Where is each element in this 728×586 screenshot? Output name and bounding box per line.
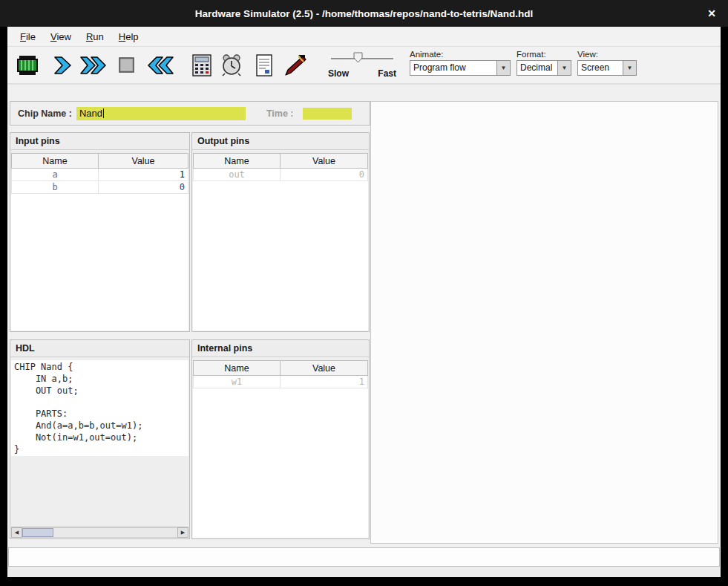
view-select[interactable]: Screen ▼ [577,60,637,76]
hdl-title: HDL [10,340,189,357]
slider-fast-label: Fast [378,68,396,79]
table-row[interactable]: w1 1 [194,376,368,388]
internal-pins-title: Internal pins [192,340,369,357]
hdl-code[interactable]: CHIP Nand { IN a,b; OUT out; PARTS: And(… [11,360,188,455]
load-chip-icon[interactable] [15,51,40,80]
pin-name-cell: out [194,169,281,181]
chevron-down-icon[interactable]: ▼ [557,61,571,75]
toolbar: Slow Fast Animate: Program flow ▼ Format… [7,47,721,85]
main-area: Chip Name : Nand Time : Input pins Name … [7,85,721,546]
column-header-value: Value [281,154,368,169]
column-header-name: Name [12,154,99,169]
time-display [303,108,352,120]
view-value: Screen [578,62,609,73]
slider-thumb[interactable] [353,52,363,63]
hdl-code-area[interactable]: CHIP Nand { IN a,b; OUT out; PARTS: And(… [11,360,188,456]
pin-value-cell[interactable]: 1 [99,169,188,181]
status-bar [8,547,720,567]
breakpoint-icon[interactable] [281,51,307,80]
title-bar: Hardware Simulator (2.5) - /home/thomas/… [0,0,728,27]
table-row[interactable]: out 0 [194,169,368,181]
table-row[interactable]: b 0 [12,181,188,194]
column-header-name: Name [194,154,281,169]
input-pins-panel: Input pins Name Value a 1 [10,132,190,332]
internal-pins-panel: Internal pins Name Value w1 1 [191,339,370,539]
footer-strip [7,567,721,577]
scrollbar-track[interactable] [22,527,177,538]
reset-icon[interactable] [145,51,175,80]
menu-help[interactable]: Help [112,28,145,45]
right-display-area [370,101,718,544]
pin-name-cell: b [12,181,99,194]
menu-file[interactable]: File [13,28,42,45]
input-pins-title: Input pins [10,133,189,150]
scroll-right-icon[interactable]: ▶ [177,527,188,538]
menu-bar: File View Run Help [7,27,721,47]
animate-select[interactable]: Program flow ▼ [410,60,511,76]
single-step-icon[interactable] [52,51,73,80]
scrollbar-thumb[interactable] [22,528,53,537]
animate-value: Program flow [410,62,466,73]
output-pins-title: Output pins [192,133,369,150]
time-label: Time : [266,108,294,119]
scroll-left-icon[interactable]: ◀ [11,527,22,538]
hdl-panel: HDL CHIP Nand { IN a,b; OUT out; PARTS: … [10,339,190,539]
chevron-down-icon[interactable]: ▼ [496,61,510,75]
speed-slider[interactable]: Slow Fast [328,51,396,80]
stop-icon[interactable] [117,51,137,80]
chip-name-value: Nand [79,108,102,119]
format-value: Decimal [517,62,552,73]
pin-value-cell: 0 [281,169,368,181]
column-header-value: Value [281,361,368,376]
chip-name-bar: Chip Name : Nand Time : [10,101,370,126]
menu-view[interactable]: View [44,28,78,45]
run-icon[interactable] [79,51,108,80]
horizontal-scrollbar[interactable]: ◀ ▶ [11,527,188,538]
script-icon[interactable] [254,51,275,80]
clock-icon[interactable] [220,51,243,80]
output-pins-panel: Output pins Name Value out 0 [191,132,370,332]
column-header-value: Value [99,154,188,169]
format-select[interactable]: Decimal ▼ [517,60,571,76]
calculator-icon[interactable] [190,51,214,80]
chip-name-label: Chip Name : [18,108,72,119]
close-icon[interactable]: ✕ [707,0,716,27]
pin-name-cell: w1 [194,376,281,388]
slider-slow-label: Slow [328,68,349,79]
chip-name-input[interactable]: Nand [76,107,246,120]
view-label: View: [577,50,637,59]
pin-value-cell: 1 [281,376,368,388]
window-title: Hardware Simulator (2.5) - /home/thomas/… [195,8,533,19]
table-row[interactable]: a 1 [12,169,188,181]
text-caret [103,108,104,118]
format-label: Format: [517,50,571,59]
menu-run[interactable]: Run [79,28,111,45]
chevron-down-icon[interactable]: ▼ [623,61,636,75]
pin-value-cell-selected[interactable]: 0 [99,181,188,194]
pin-name-cell: a [12,169,99,181]
animate-label: Animate: [410,50,511,59]
column-header-name: Name [194,361,281,376]
